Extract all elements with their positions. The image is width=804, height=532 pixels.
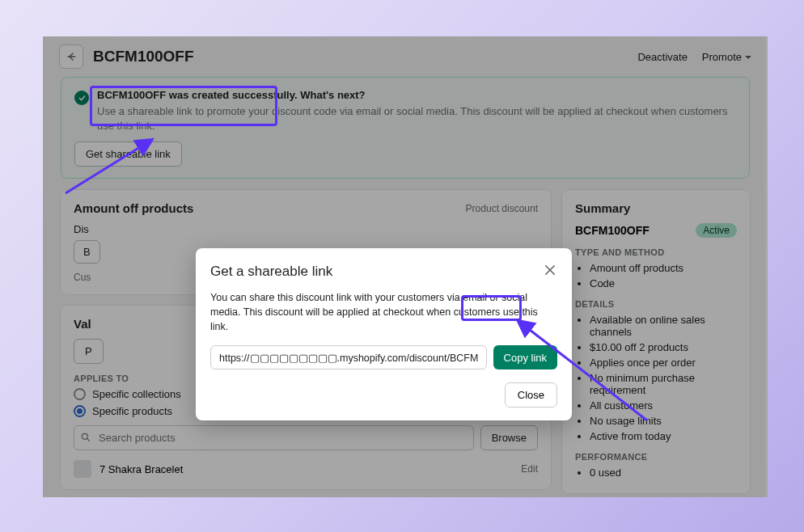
modal-title: Get a shareable link — [210, 264, 332, 280]
shareable-link-input[interactable] — [210, 345, 487, 369]
svg-line-1 — [66, 141, 150, 193]
annotation-arrow-1 — [61, 133, 159, 197]
modal-close-x[interactable] — [543, 263, 557, 281]
close-icon — [543, 263, 557, 277]
svg-line-2 — [519, 322, 647, 420]
annotation-highlight-shareable-link — [90, 86, 277, 126]
annotation-arrow-2 — [510, 315, 655, 429]
